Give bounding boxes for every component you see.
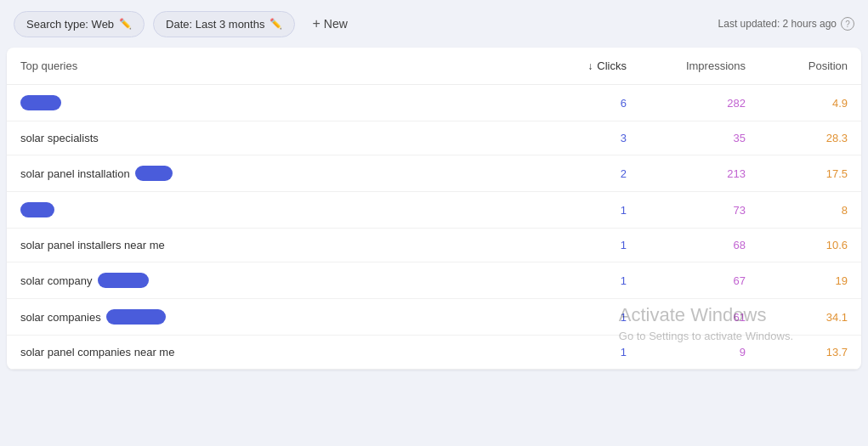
query-cell: solar panel installers near me	[20, 239, 525, 251]
table-row: 1 73 8	[7, 192, 861, 229]
search-type-filter[interactable]: Search type: Web ✏️	[14, 11, 145, 37]
query-cell: solar company	[20, 273, 525, 288]
queries-table: Top queries ↓ Clicks Impressions Positio…	[7, 48, 861, 370]
sort-arrow-icon: ↓	[587, 60, 593, 72]
table-row: solar panel installers near me 1 68 10.6	[7, 229, 861, 263]
clicks-cell: 1	[525, 274, 627, 287]
col-header-clicks[interactable]: ↓ Clicks	[525, 59, 627, 72]
query-cell	[20, 95, 525, 110]
table-row: solar panel installation 2 213 17.5	[7, 155, 861, 192]
search-type-label: Search type: Web	[26, 18, 114, 31]
impressions-cell: 68	[627, 239, 746, 251]
impressions-cell: 9	[627, 346, 746, 358]
col-header-impressions[interactable]: Impressions	[627, 59, 746, 72]
position-cell: 28.3	[746, 132, 848, 144]
plus-icon: +	[312, 16, 320, 31]
clicks-cell: 1	[525, 204, 627, 217]
table-row: solar panel companies near me 1 9 13.7	[7, 336, 861, 370]
position-cell: 4.9	[746, 97, 848, 110]
query-cell: solar specialists	[20, 132, 525, 144]
clicks-cell: 6	[525, 97, 627, 110]
blurred-query-pill	[20, 202, 54, 217]
new-button[interactable]: + New	[304, 10, 355, 37]
table-row: 6 282 4.9	[7, 85, 861, 121]
table-row: solar specialists 3 35 28.3	[7, 121, 861, 155]
position-cell: 10.6	[746, 239, 848, 251]
col-header-query: Top queries	[20, 59, 525, 72]
edit-search-type-icon: ✏️	[119, 18, 132, 30]
table-row: solar company 1 67 19	[7, 263, 861, 299]
help-icon[interactable]: ?	[841, 17, 854, 31]
clicks-cell: 1	[525, 346, 627, 358]
table-row: solar companies 1 61 34.1	[7, 299, 861, 336]
col-header-position[interactable]: Position	[746, 59, 848, 72]
position-cell: 34.1	[746, 311, 848, 324]
last-updated: Last updated: 2 hours ago ?	[718, 17, 854, 31]
position-cell: 13.7	[746, 346, 848, 358]
blurred-query-pill	[135, 166, 173, 181]
clicks-cell: 1	[525, 311, 627, 324]
edit-date-icon: ✏️	[269, 18, 282, 30]
new-label: New	[324, 17, 348, 31]
query-cell: solar companies	[20, 309, 525, 325]
date-label: Date: Last 3 months	[166, 18, 264, 31]
clicks-cell: 1	[525, 239, 627, 251]
blurred-query-pill	[106, 309, 166, 325]
impressions-cell: 73	[627, 204, 746, 217]
blurred-query-pill	[98, 273, 149, 288]
impressions-cell: 213	[627, 167, 746, 180]
clicks-cell: 2	[525, 167, 627, 180]
impressions-cell: 61	[627, 311, 746, 324]
impressions-cell: 282	[627, 97, 746, 110]
impressions-cell: 35	[627, 132, 746, 144]
date-filter[interactable]: Date: Last 3 months ✏️	[153, 11, 295, 37]
query-cell: solar panel installation	[20, 166, 525, 181]
query-cell	[20, 202, 525, 217]
clicks-cell: 3	[525, 132, 627, 144]
position-cell: 8	[746, 204, 848, 217]
query-cell: solar panel companies near me	[20, 346, 525, 358]
top-bar: Search type: Web ✏️ Date: Last 3 months …	[0, 0, 868, 48]
table-body: 6 282 4.9 solar specialists 3 35 28.3 so…	[7, 85, 861, 370]
position-cell: 17.5	[746, 167, 848, 180]
impressions-cell: 67	[627, 274, 746, 287]
table-header: Top queries ↓ Clicks Impressions Positio…	[7, 48, 861, 85]
position-cell: 19	[746, 274, 848, 287]
blurred-query-pill	[20, 95, 61, 110]
